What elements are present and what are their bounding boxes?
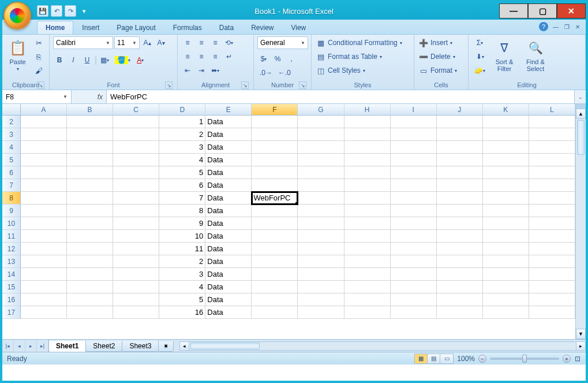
zoom-text[interactable]: 100% xyxy=(457,355,475,363)
cell[interactable] xyxy=(529,128,575,141)
italic-button[interactable]: I xyxy=(67,54,80,66)
resize-grip[interactable]: ⊡ xyxy=(574,355,581,363)
cell[interactable] xyxy=(391,268,437,281)
cell[interactable] xyxy=(113,128,159,141)
zoom-slider[interactable] xyxy=(490,358,559,360)
font-size-combo[interactable]: 11▼ xyxy=(114,36,140,49)
cell[interactable]: Data xyxy=(205,128,252,141)
cell[interactable] xyxy=(483,128,529,141)
cell[interactable] xyxy=(298,293,344,306)
cell[interactable]: Data xyxy=(205,116,252,128)
cell[interactable] xyxy=(529,230,575,243)
cell[interactable] xyxy=(529,192,575,204)
cell[interactable] xyxy=(344,192,391,204)
align-right-button[interactable]: ≡ xyxy=(209,50,222,63)
tab-review[interactable]: Review xyxy=(242,21,282,34)
column-header[interactable]: G xyxy=(298,104,344,116)
cell[interactable] xyxy=(344,154,391,166)
column-header[interactable]: F xyxy=(252,104,298,116)
cell[interactable]: 5 xyxy=(159,166,205,179)
cell[interactable] xyxy=(437,230,483,243)
cell[interactable] xyxy=(21,154,67,166)
ribbon-minimize-button[interactable]: — xyxy=(552,24,560,30)
page-layout-view-button[interactable]: ▤ xyxy=(428,354,440,363)
shrink-font-button[interactable]: A▾ xyxy=(155,36,167,49)
column-header[interactable]: H xyxy=(344,104,391,116)
font-launcher[interactable]: ↘ xyxy=(165,81,173,89)
cell[interactable] xyxy=(252,128,298,141)
maximize-button[interactable]: ▢ xyxy=(528,3,557,18)
cell[interactable] xyxy=(21,268,67,281)
cell[interactable] xyxy=(529,255,575,268)
column-header[interactable]: E xyxy=(205,104,252,116)
cell[interactable] xyxy=(344,281,391,293)
underline-button[interactable]: U xyxy=(81,54,93,66)
cell[interactable] xyxy=(437,204,483,217)
copy-button[interactable]: ⎘ xyxy=(32,50,46,63)
cell[interactable] xyxy=(252,243,298,255)
redo-button[interactable]: ↷ xyxy=(65,5,76,17)
cell[interactable] xyxy=(344,116,391,128)
format-painter-button[interactable]: 🖌 xyxy=(32,64,46,77)
cell[interactable] xyxy=(252,217,298,230)
cell[interactable] xyxy=(21,141,67,154)
cell[interactable] xyxy=(344,255,391,268)
cell[interactable] xyxy=(67,306,113,319)
cell[interactable] xyxy=(437,243,483,255)
cell[interactable] xyxy=(298,306,344,319)
cell[interactable] xyxy=(113,204,159,217)
cell[interactable] xyxy=(344,268,391,281)
cell[interactable] xyxy=(113,293,159,306)
first-sheet-button[interactable]: |◂ xyxy=(2,340,14,352)
expand-formula-bar-button[interactable]: ⌄ xyxy=(574,90,586,103)
align-bottom-button[interactable]: ≡ xyxy=(209,36,222,49)
find-select-button[interactable]: 🔍 Find & Select xyxy=(521,36,550,72)
row-header[interactable]: 12 xyxy=(2,243,21,255)
cell[interactable] xyxy=(113,306,159,319)
delete-button[interactable]: ➖Delete ▾ xyxy=(418,50,460,63)
clipboard-launcher[interactable]: ↘ xyxy=(37,81,44,89)
merge-button[interactable]: ⬌▾ xyxy=(209,64,222,77)
column-header[interactable]: D xyxy=(159,104,205,116)
cell[interactable] xyxy=(67,268,113,281)
cell[interactable] xyxy=(67,116,113,128)
fill-button[interactable]: ⬇▾ xyxy=(472,50,488,63)
row-header[interactable]: 10 xyxy=(2,217,21,230)
horizontal-scrollbar[interactable]: ◂ ▸ xyxy=(179,341,586,351)
column-header[interactable]: L xyxy=(529,104,575,116)
cell[interactable] xyxy=(391,306,437,319)
cell[interactable] xyxy=(21,179,67,192)
name-box[interactable]: F8▼ xyxy=(2,90,72,103)
cell-styles-button[interactable]: ◫Cell Styles ▾ xyxy=(315,64,406,77)
tab-home[interactable]: Home xyxy=(37,21,73,34)
formula-input[interactable]: WebForPC xyxy=(106,90,574,103)
orientation-button[interactable]: ⟲▾ xyxy=(223,36,235,49)
cell[interactable] xyxy=(113,192,159,204)
cell[interactable] xyxy=(67,179,113,192)
bold-button[interactable]: B xyxy=(53,54,66,66)
cell[interactable] xyxy=(437,116,483,128)
cell[interactable] xyxy=(483,179,529,192)
cell[interactable] xyxy=(483,243,529,255)
number-format-combo[interactable]: General▼ xyxy=(257,36,308,49)
cell[interactable] xyxy=(529,204,575,217)
cut-button[interactable]: ✂ xyxy=(32,36,46,49)
cell[interactable] xyxy=(391,128,437,141)
cell[interactable] xyxy=(344,141,391,154)
cell[interactable] xyxy=(298,268,344,281)
cell[interactable] xyxy=(67,192,113,204)
cell[interactable] xyxy=(21,192,67,204)
cell[interactable] xyxy=(344,230,391,243)
cell[interactable] xyxy=(67,204,113,217)
cell[interactable] xyxy=(483,166,529,179)
cell[interactable]: Data xyxy=(205,141,252,154)
select-all-button[interactable] xyxy=(2,104,21,116)
cell[interactable] xyxy=(483,230,529,243)
cell[interactable] xyxy=(113,141,159,154)
align-left-button[interactable]: ≡ xyxy=(181,50,194,63)
cell[interactable]: Data xyxy=(205,192,252,204)
cell[interactable] xyxy=(529,281,575,293)
cell[interactable] xyxy=(483,255,529,268)
cell[interactable]: 2 xyxy=(159,128,205,141)
cell[interactable] xyxy=(67,243,113,255)
